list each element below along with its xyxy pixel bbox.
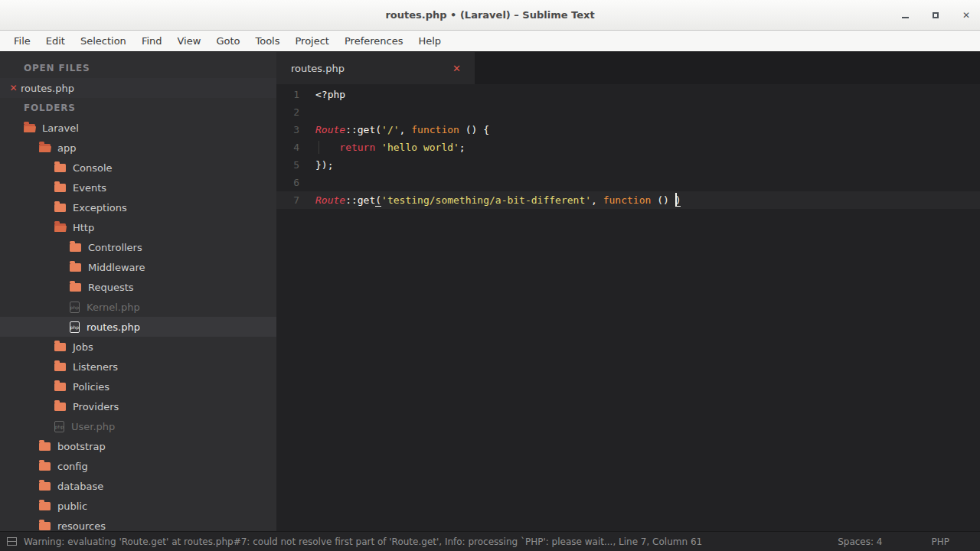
tree-item-exceptions[interactable]: Exceptions [0,197,276,217]
tree-item-bootstrap[interactable]: bootstrap [0,436,276,456]
tree-item-label: Laravel [42,122,79,134]
tree-item-listeners[interactable]: Listeners [0,357,276,377]
folder-icon [70,263,81,272]
code-line-1: 1<?php [276,86,980,103]
tree-item-http[interactable]: Http [0,217,276,237]
code-line-5: 5}); [276,156,980,174]
folder-icon [54,184,66,192]
menu-item-selection[interactable]: Selection [73,31,134,51]
tree-item-label: Policies [73,381,109,393]
line-number: 2 [276,103,299,121]
open-files-header: OPEN FILES [0,58,276,78]
menu-item-project[interactable]: Project [287,31,336,51]
tree-item-public[interactable]: public [0,496,276,516]
tree-item-label: Requests [88,282,134,293]
menu-item-preferences[interactable]: Preferences [337,31,410,51]
folder-icon [54,363,66,371]
tree-item-requests[interactable]: Requests [0,277,276,297]
menu-item-goto[interactable]: Goto [208,31,247,51]
php-file-icon: php [70,321,80,333]
code-text: Route::get('/', function () { [315,121,489,139]
code-text: <?php [315,86,345,103]
folder-icon [54,383,66,391]
tab-close-icon[interactable]: ✕ [448,63,466,74]
tab-routes-php[interactable]: routes.php ✕ [276,52,475,84]
maximize-button[interactable] [929,9,942,21]
tree-item-user-php[interactable]: phpUser.php [0,416,276,436]
tab-label: routes.php [291,63,448,74]
tree-item-resources[interactable]: resources [0,516,276,531]
tree-item-kernel-php[interactable]: phpKernel.php [0,297,276,317]
code-line-6: 6 [276,174,980,191]
code-line-3: 3Route::get('/', function () { [276,121,980,139]
tree-item-label: Console [73,162,113,174]
menu-item-find[interactable]: Find [134,31,170,51]
folder-icon [54,343,66,351]
tree-item-laravel[interactable]: Laravel [0,118,276,138]
tree-item-label: Jobs [73,341,93,353]
code-text: }); [315,156,333,174]
line-number: 5 [276,156,299,174]
titlebar: routes.php • (Laravel) – Sublime Text ✕ [0,0,980,31]
open-file-row[interactable]: ✕routes.php [0,78,276,98]
minimize-button[interactable] [899,9,911,21]
line-number: 1 [276,86,299,103]
folder-tree: LaravelappConsoleEventsExceptionsHttpCon… [0,118,276,531]
line-number: 3 [276,121,299,139]
sidebar: OPEN FILES ✕routes.php FOLDERS Laravelap… [0,52,276,531]
tree-item-label: Exceptions [73,202,127,214]
folder-icon [39,482,51,491]
folder-icon [39,462,51,471]
tree-item-controllers[interactable]: Controllers [0,237,276,257]
status-bar: Warning: evaluating 'Route.get' at route… [0,531,980,551]
tree-item-label: Middleware [88,262,145,273]
tab-bar: routes.php ✕ [276,52,980,84]
tree-item-label: resources [57,520,106,532]
tree-item-app[interactable]: app [0,138,276,158]
php-file-icon: php [54,421,64,432]
folder-icon [70,243,81,252]
tree-item-label: database [57,481,103,492]
menu-item-help[interactable]: Help [410,31,449,51]
folder-open-icon [39,144,51,152]
close-button[interactable]: ✕ [960,9,972,21]
tree-item-label: User.php [71,421,115,432]
php-file-icon: php [70,302,80,313]
folder-icon [39,502,51,510]
tree-item-label: Kernel.php [87,302,140,313]
tree-item-jobs[interactable]: Jobs [0,337,276,357]
close-file-icon[interactable]: ✕ [6,83,21,93]
editor-pane: routes.php ✕ 1<?php23Route::get('/', fun… [276,52,980,531]
panel-toggle-icon[interactable] [7,537,17,546]
syntax-indicator[interactable]: PHP [932,536,950,547]
tree-item-label: Controllers [88,242,142,253]
indent-indicator[interactable]: Spaces: 4 [838,536,882,547]
code-line-2: 2 [276,103,980,121]
code-editor[interactable]: 1<?php23Route::get('/', function () {4 r… [276,84,980,531]
open-files-list: ✕routes.php [0,78,276,98]
status-message: Warning: evaluating 'Route.get' at route… [24,536,702,547]
code-line-7: 7Route::get('testing/something/a-bit-dif… [276,191,980,209]
menu-item-file[interactable]: File [6,31,38,51]
menu-item-view[interactable]: View [170,31,209,51]
tree-item-label: Listeners [73,361,118,373]
folder-open-icon [54,223,66,232]
tree-item-config[interactable]: config [0,456,276,476]
tree-item-label: public [57,500,87,512]
menu-item-tools[interactable]: Tools [247,31,287,51]
tree-item-providers[interactable]: Providers [0,396,276,416]
code-text: Route::get('testing/something/a-bit-diff… [315,191,681,209]
menu-item-edit[interactable]: Edit [38,31,73,51]
tree-item-database[interactable]: database [0,476,276,496]
tree-item-middleware[interactable]: Middleware [0,257,276,277]
tree-item-console[interactable]: Console [0,158,276,178]
content: OPEN FILES ✕routes.php FOLDERS Laravelap… [0,52,980,531]
menubar: FileEditSelectionFindViewGotoToolsProjec… [0,31,980,52]
open-file-label: routes.php [21,83,74,94]
tree-item-events[interactable]: Events [0,178,276,197]
tree-item-label: Events [73,182,106,194]
line-number: 7 [276,191,299,209]
tree-item-routes-php[interactable]: phproutes.php [0,317,276,337]
tree-item-policies[interactable]: Policies [0,377,276,396]
folder-icon [39,522,51,530]
